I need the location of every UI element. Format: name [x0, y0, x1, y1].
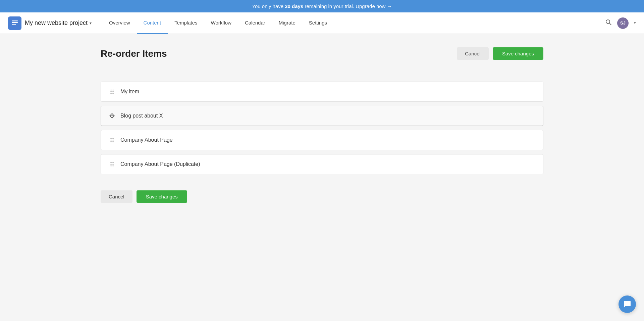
header-actions: Cancel Save changes: [457, 47, 543, 60]
svg-point-11: [111, 138, 112, 139]
svg-point-12: [113, 138, 114, 139]
svg-point-17: [111, 162, 112, 163]
chat-widget[interactable]: [619, 295, 636, 313]
logo-icon: [8, 16, 21, 30]
drag-handle-icon[interactable]: [109, 161, 115, 167]
banner-suffix: remaining in your trial. Upgrade now →: [303, 3, 392, 9]
list-item-label: My item: [120, 89, 139, 95]
nav-item-overview[interactable]: Overview: [102, 12, 137, 34]
drag-handle-icon[interactable]: [109, 113, 115, 119]
svg-point-21: [111, 166, 112, 167]
drag-handle-icon[interactable]: [109, 89, 115, 95]
banner-prefix: You only have: [252, 3, 285, 9]
trial-banner: You only have 30 days remaining in your …: [0, 0, 644, 12]
logo-area: My new website project ▾: [8, 16, 92, 30]
svg-point-15: [111, 141, 112, 142]
nav-item-calendar[interactable]: Calendar: [238, 12, 272, 34]
main-nav: Overview Content Templates Workflow Cale…: [102, 12, 605, 34]
nav-item-migrate[interactable]: Migrate: [272, 12, 302, 34]
svg-line-4: [609, 23, 611, 25]
svg-point-5: [111, 90, 112, 91]
svg-point-9: [111, 93, 112, 94]
page-title: Re-order Items: [101, 48, 167, 59]
svg-rect-1: [12, 22, 18, 23]
svg-point-22: [113, 166, 114, 167]
svg-rect-0: [12, 20, 18, 21]
page-header: Re-order Items Cancel Save changes: [101, 47, 543, 60]
save-changes-button-bottom[interactable]: Save changes: [137, 190, 187, 203]
save-changes-button-top[interactable]: Save changes: [493, 47, 543, 60]
svg-point-19: [111, 164, 112, 165]
divider: [101, 68, 543, 68]
svg-point-14: [113, 140, 114, 141]
svg-point-16: [113, 141, 114, 142]
list-item-label: Company About Page (Duplicate): [120, 161, 200, 167]
project-name[interactable]: My new website project ▾: [25, 19, 92, 27]
nav-item-settings[interactable]: Settings: [302, 12, 334, 34]
list-item-label: Blog post about X: [120, 113, 163, 119]
search-icon[interactable]: [605, 19, 612, 27]
svg-point-8: [113, 91, 114, 92]
cancel-button-top[interactable]: Cancel: [457, 47, 489, 60]
svg-point-10: [113, 93, 114, 94]
list-item[interactable]: Blog post about X: [101, 106, 543, 126]
svg-rect-2: [12, 24, 16, 25]
avatar[interactable]: SJ: [617, 17, 629, 29]
svg-point-6: [113, 90, 114, 91]
nav-item-workflow[interactable]: Workflow: [204, 12, 238, 34]
avatar-chevron[interactable]: ▾: [634, 21, 636, 25]
main-content: Re-order Items Cancel Save changes My it…: [80, 34, 564, 216]
list-item-label: Company About Page: [120, 137, 173, 143]
list-item[interactable]: Company About Page: [101, 130, 543, 150]
list-item[interactable]: Company About Page (Duplicate): [101, 154, 543, 174]
header: My new website project ▾ Overview Conten…: [0, 12, 644, 34]
svg-point-13: [111, 140, 112, 141]
nav-item-content[interactable]: Content: [137, 12, 168, 34]
svg-point-3: [606, 20, 610, 24]
project-dropdown-chevron: ▾: [90, 21, 92, 26]
nav-item-templates[interactable]: Templates: [168, 12, 204, 34]
drag-handle-icon[interactable]: [109, 137, 115, 143]
svg-point-18: [113, 162, 114, 163]
svg-point-7: [111, 91, 112, 92]
items-list: My item Blog post about X: [101, 82, 543, 174]
svg-point-20: [113, 164, 114, 165]
header-right: SJ ▾: [605, 17, 636, 29]
banner-highlight: 30 days: [285, 3, 303, 9]
list-item[interactable]: My item: [101, 82, 543, 102]
bottom-actions: Cancel Save changes: [101, 190, 543, 203]
cancel-button-bottom[interactable]: Cancel: [101, 190, 132, 203]
